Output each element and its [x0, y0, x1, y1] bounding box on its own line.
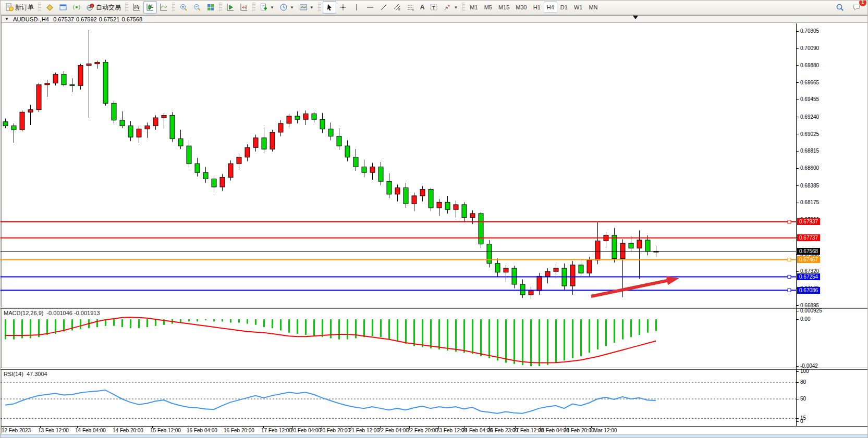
hline-handle-0.67086[interactable] [788, 289, 791, 292]
toolbar-group-draw-tools: EFAT▼ [317, 1, 461, 14]
time-label: 21 Feb 12:00 [349, 428, 380, 433]
price-tag-0.67254: 0.67254 [797, 273, 820, 280]
pane-splitter-rsi[interactable] [1, 368, 868, 370]
horizontal-line-tool[interactable] [363, 1, 377, 14]
chevron-down-icon[interactable]: ▼ [310, 5, 314, 10]
toolbar-group-new-objects: ▼▼▼ [252, 1, 316, 14]
tf-m1[interactable]: M1 [467, 2, 481, 13]
text-label-tool[interactable]: T [427, 1, 441, 14]
main-chart-pane[interactable] [1, 23, 796, 307]
auto-trading-icon [86, 3, 94, 11]
price-tag-0.67086: 0.67086 [797, 287, 820, 294]
macd-pane[interactable] [1, 309, 796, 368]
axis-tick [797, 421, 799, 422]
chart-shift-marker[interactable] [633, 16, 638, 19]
crosshair-tool[interactable] [336, 1, 350, 14]
channel-icon: E [393, 3, 401, 11]
ohlc-high: 0.67592 [76, 16, 97, 22]
axis-tick [797, 271, 799, 272]
axis-tick-label: 0.000925 [800, 308, 822, 314]
macd-label: MACD(12,26,9)-0.001046 -0.001913 [4, 310, 100, 316]
line-chart-button[interactable] [157, 1, 170, 14]
periods-button[interactable]: ▼ [277, 1, 297, 14]
new-order-icon [5, 3, 14, 11]
auto-scroll-button[interactable] [224, 1, 237, 14]
fibonacci-tool[interactable]: F [404, 1, 418, 14]
annotation-arrow-head[interactable] [666, 277, 679, 285]
notification-badge: 1 [859, 0, 866, 6]
horizontal-line-icon [366, 3, 374, 11]
axis-tick [797, 305, 799, 306]
trendline-tool[interactable] [377, 1, 390, 14]
channel-tool[interactable]: E [390, 1, 404, 14]
chat-button[interactable]: 1 [850, 1, 863, 14]
candlestick-icon [146, 3, 154, 11]
price-tag-0.67568: 0.67568 [797, 248, 820, 255]
time-label: 16 Feb 04:00 [187, 428, 217, 433]
signals-button[interactable] [70, 1, 83, 14]
svg-text:F: F [412, 8, 414, 11]
hline-handle-0.67254[interactable] [788, 275, 791, 278]
chart-profile-icon [45, 3, 54, 11]
vertical-line-tool[interactable] [350, 1, 363, 14]
axis-tick [797, 382, 799, 383]
axis-tick-label: 0.69240 [800, 114, 819, 120]
chart-shift-button[interactable] [237, 1, 251, 14]
axis-tick [797, 65, 799, 66]
search-icon [836, 3, 844, 11]
new-order-button[interactable]: 新订单 [3, 1, 36, 14]
tile-windows-button[interactable] [204, 1, 217, 14]
arrows-tool[interactable]: ▼ [441, 1, 460, 14]
tf-d1[interactable]: D1 [557, 2, 571, 13]
tf-h4[interactable]: H4 [544, 2, 557, 13]
tf-h1[interactable]: H1 [530, 2, 544, 13]
axis-tick [797, 48, 799, 49]
chart-symbol-period: AUDUSD-,H4 [13, 16, 49, 22]
ohlc-close: 0.67568 [121, 16, 142, 22]
tf-w1[interactable]: W1 [571, 2, 586, 13]
cursor-tool[interactable] [323, 1, 336, 14]
time-label: 22 Feb 20:00 [407, 428, 438, 433]
chevron-down-icon[interactable]: ▼ [290, 5, 294, 10]
rsi-pane[interactable] [1, 370, 796, 426]
signals-icon [72, 3, 81, 11]
axis-tick-label: 0.69665 [800, 80, 819, 85]
market-watch-button[interactable] [56, 1, 70, 14]
rsi-value: 47.3004 [27, 371, 47, 377]
annotation-arrow[interactable] [591, 281, 667, 296]
new-chart-button[interactable]: ▼ [257, 1, 277, 14]
chart-title-bar[interactable]: ▼ AUDUSD-,H4 0.675370.675920.675210.6756… [1, 15, 868, 23]
main-toolbar: 新订单自动交易▼▼▼EFAT▼M1M5M15M30H1H4D1W1MN1 [1, 1, 868, 15]
new-chart-icon [260, 3, 268, 11]
chevron-down-icon[interactable]: ▼ [454, 5, 458, 10]
axis-tick [797, 203, 799, 203]
ohlc-low: 0.67521 [99, 16, 120, 22]
hline-handle-0.67467[interactable] [788, 258, 791, 261]
axis-tick-label: 0.68815 [800, 148, 819, 154]
candlestick-button[interactable] [143, 1, 157, 14]
zoom-in-icon [179, 3, 188, 11]
chart-profile-button[interactable] [43, 1, 56, 14]
time-label: 17 Feb 12:00 [261, 428, 292, 433]
market-watch-icon [59, 3, 67, 11]
bar-chart-button[interactable] [130, 1, 143, 14]
pane-splitter-macd[interactable] [1, 307, 868, 309]
templates-button[interactable]: ▼ [297, 1, 316, 14]
text-tool[interactable]: A [418, 1, 427, 14]
zoom-out-button[interactable] [190, 1, 204, 14]
axis-tick-label: 0.70090 [800, 45, 819, 51]
search-button[interactable] [833, 1, 847, 14]
collapse-icon[interactable]: ▼ [5, 17, 9, 21]
rsi-name: RSI(14) [4, 371, 23, 377]
axis-tick-label: 50 [800, 396, 806, 402]
chevron-down-icon[interactable]: ▼ [270, 5, 274, 10]
hline-handle-0.67937[interactable] [788, 220, 791, 223]
axis-tick-label: 80 [800, 379, 806, 385]
tf-m5[interactable]: M5 [481, 2, 495, 13]
tf-m15[interactable]: M15 [495, 2, 512, 13]
auto-trading-button[interactable]: 自动交易 [83, 1, 124, 14]
tf-m30[interactable]: M30 [512, 2, 530, 13]
zoom-in-button[interactable] [177, 1, 190, 14]
tf-mn[interactable]: MN [585, 2, 601, 13]
toolbar-group-chart-type [125, 1, 170, 14]
